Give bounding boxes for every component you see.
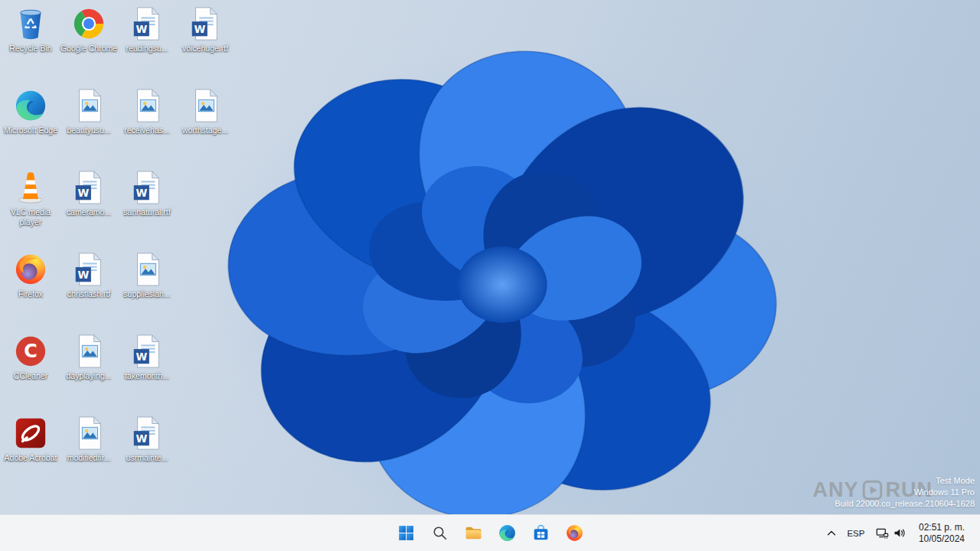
empty-grid-cell (176, 247, 234, 329)
empty-grid-cell (176, 411, 234, 493)
word-document-icon (71, 252, 106, 287)
desktop-icon-label: worthstage... (182, 126, 228, 135)
system-tray: ESP 02:51 p. m. 10/05/2024 (822, 515, 980, 551)
desktop-icon-sannatural[interactable]: sannatural.rtf (118, 165, 176, 247)
desktop-icon-adobe-acrobat[interactable]: Adobe Acrobat (2, 411, 60, 493)
ccleaner-icon (13, 334, 48, 369)
image-file-icon (129, 88, 165, 123)
desktop[interactable]: { "colors": { "wallpaper_top": "#d4dee9"… (0, 0, 980, 551)
desktop-icon-label: Firefox (18, 289, 43, 299)
desktop-icon-label: Google Chrome (60, 44, 117, 54)
empty-grid-cell (176, 165, 234, 247)
speaker-icon (893, 527, 906, 540)
word-document-icon (129, 334, 165, 369)
recycle-bin-icon (13, 6, 48, 41)
acrobat-icon (13, 416, 48, 451)
desktop-icon-label: chrisflash.rtf (67, 289, 111, 299)
desktop-icon-label: modifiedfir... (67, 453, 111, 463)
desktop-icon-label: receivehas... (124, 126, 170, 135)
desktop-icon-receivehas[interactable]: receivehas... (118, 83, 176, 165)
firefox-button[interactable] (559, 518, 590, 549)
network-icon (876, 527, 889, 540)
desktop-icon-dayplaying[interactable]: dayplaying... (60, 329, 118, 411)
word-document-icon (188, 6, 223, 41)
image-file-icon (71, 334, 106, 369)
watermark-build: Build 22000.co_release.210604-1628 (835, 498, 975, 510)
desktop-icon-grid: Recycle Bin Google Chrome readingsu... v… (2, 2, 234, 493)
desktop-icon-label: Recycle Bin (9, 44, 51, 54)
desktop-icon-vlc[interactable]: VLC media player (2, 165, 60, 247)
desktop-icon-label: sannatural.rtf (123, 207, 170, 217)
desktop-icon-cameramo[interactable]: cameramo... (60, 165, 118, 247)
image-file-icon (129, 252, 165, 287)
image-file-icon (71, 88, 106, 123)
taskbar: ESP 02:51 p. m. 10/05/2024 (0, 514, 980, 551)
desktop-icon-microsoft-edge[interactable]: Microsoft Edge (2, 83, 60, 165)
start-button[interactable] (390, 518, 421, 549)
language-indicator[interactable]: ESP (843, 520, 869, 547)
search-icon (430, 523, 449, 543)
desktop-icon-google-chrome[interactable]: Google Chrome (60, 2, 118, 83)
image-file-icon (71, 416, 106, 451)
firefox-icon (13, 252, 48, 287)
desktop-icon-label: takemonth... (125, 371, 169, 381)
desktop-icon-firefox[interactable]: Firefox (2, 247, 60, 329)
taskbar-center-icons (390, 515, 590, 551)
desktop-icon-ccleaner[interactable]: CCleaner (2, 329, 60, 411)
folder-icon (464, 523, 483, 543)
clock[interactable]: 02:51 p. m. 10/05/2024 (913, 522, 971, 545)
desktop-icon-label: Adobe Acrobat (5, 453, 57, 463)
desktop-icon-label: voicehuge.rtf (182, 44, 228, 54)
word-document-icon (129, 416, 165, 451)
desktop-icon-supplieslan[interactable]: supplieslan... (118, 247, 176, 329)
desktop-icon-beautyusu[interactable]: beautyusu... (60, 83, 118, 165)
desktop-icon-worthstage[interactable]: worthstage... (176, 83, 234, 165)
watermark-test-mode: Test Mode (835, 475, 975, 487)
tray-date: 10/05/2024 (919, 533, 965, 545)
chevron-up-icon (826, 528, 837, 539)
word-document-icon (129, 170, 165, 205)
watermark-lines: Test Mode Windows 11 Pro Build 22000.co_… (835, 475, 975, 510)
desktop-icon-readingsu[interactable]: readingsu... (118, 2, 176, 83)
desktop-icon-label: Microsoft Edge (4, 126, 57, 135)
tray-time: 02:51 p. m. (919, 522, 965, 533)
windows-start-icon (397, 523, 416, 543)
word-document-icon (71, 170, 106, 205)
edge-button[interactable] (492, 518, 522, 549)
edge-icon (13, 88, 48, 123)
microsoft-store-button[interactable] (525, 518, 556, 549)
store-icon (531, 523, 550, 543)
desktop-icon-modifiedfir[interactable]: modifiedfir... (60, 411, 118, 493)
network-volume-button[interactable] (871, 520, 911, 547)
edge-icon (498, 523, 517, 543)
desktop-icon-label: CCleaner (14, 371, 47, 381)
desktop-icon-takemonth[interactable]: takemonth... (118, 329, 176, 411)
word-document-icon (129, 6, 165, 41)
desktop-icon-label: beautyusu... (67, 126, 110, 135)
vlc-icon (13, 170, 48, 205)
desktop-icon-voicehuge[interactable]: voicehuge.rtf (176, 2, 234, 83)
watermark-edition: Windows 11 Pro (835, 487, 975, 498)
firefox-icon (565, 523, 584, 543)
desktop-icon-label: readingsu... (126, 44, 168, 54)
empty-grid-cell (176, 329, 234, 411)
desktop-icon-label: cameramo... (67, 207, 111, 217)
show-hidden-icons-button[interactable] (822, 520, 841, 547)
desktop-icon-label: VLC media player (2, 207, 60, 227)
search-button[interactable] (424, 518, 455, 549)
chrome-icon (71, 6, 106, 41)
image-file-icon (188, 88, 223, 123)
desktop-icon-chrisflash[interactable]: chrisflash.rtf (60, 247, 118, 329)
desktop-icon-label: dayplaying... (67, 371, 112, 381)
desktop-icon-usrmainte[interactable]: usrmainte... (118, 411, 176, 493)
desktop-icon-label: usrmainte... (126, 453, 168, 463)
desktop-icon-recycle-bin[interactable]: Recycle Bin (2, 2, 60, 83)
desktop-icon-label: supplieslan... (123, 289, 170, 299)
file-explorer-button[interactable] (458, 518, 488, 549)
